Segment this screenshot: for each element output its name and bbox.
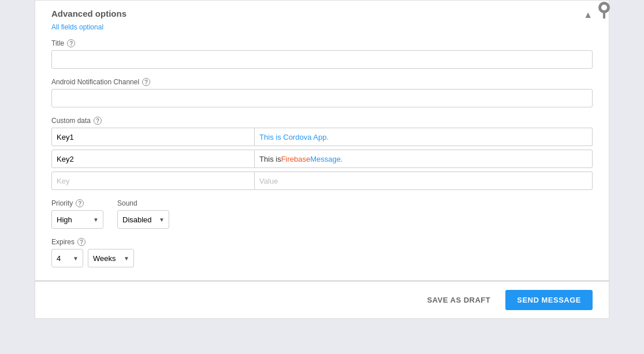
page-wrapper: Advanced options ▲ All fields optional T… — [0, 0, 644, 354]
priority-group: Priority ? Normal High ▼ — [51, 199, 103, 229]
priority-select[interactable]: Normal High — [51, 210, 103, 229]
expires-unit-select[interactable]: Hours Days Weeks — [88, 249, 134, 267]
custom-data-value-1[interactable] — [255, 128, 593, 146]
custom-data-section: Custom data ? This is Firebase Message. — [51, 117, 593, 190]
save-draft-button[interactable]: SAVE AS DRAFT — [420, 291, 497, 309]
svg-rect-1 — [603, 13, 605, 18]
sound-select-wrapper: Disabled Default Custom ▼ — [117, 210, 169, 229]
sound-group: Sound Disabled Default Custom ▼ — [117, 199, 169, 229]
send-message-button[interactable]: SEND MESSAGE — [505, 290, 593, 310]
main-card: Advanced options ▲ All fields optional T… — [35, 0, 609, 281]
custom-data-help-icon[interactable]: ? — [94, 117, 102, 125]
priority-help-icon[interactable]: ? — [76, 199, 84, 207]
pin-icon-container — [598, 1, 611, 18]
android-channel-input[interactable] — [51, 89, 593, 107]
section-divider — [35, 280, 609, 281]
priority-sound-row: Priority ? Normal High ▼ Sound — [51, 199, 593, 229]
sound-select[interactable]: Disabled Default Custom — [117, 210, 169, 229]
expires-row: 1 2 3 4 5 6 7 8 ▼ Hours — [51, 249, 593, 267]
custom-data-key-2[interactable] — [51, 150, 255, 168]
sound-label: Sound — [117, 199, 169, 207]
custom-data-row-1 — [51, 128, 593, 146]
android-channel-label: Android Notification Channel ? — [51, 78, 593, 86]
custom-data-row-3 — [51, 172, 593, 190]
android-channel-field-group: Android Notification Channel ? — [51, 78, 593, 107]
expires-help-icon[interactable]: ? — [77, 238, 85, 246]
custom-data-value-2-container: This is Firebase Message. — [255, 150, 593, 168]
android-channel-help-icon[interactable]: ? — [142, 78, 150, 86]
custom-data-label: Custom data ? — [51, 117, 593, 125]
expires-label: Expires ? — [51, 238, 593, 246]
custom-data-key-1[interactable] — [51, 128, 255, 146]
title-label: Title ? — [51, 39, 593, 47]
priority-label: Priority ? — [51, 199, 103, 207]
section-title: Advanced options — [51, 9, 126, 18]
expires-group: Expires ? 1 2 3 4 5 6 7 8 — [51, 238, 593, 267]
pin-icon — [598, 1, 611, 18]
collapse-icon[interactable]: ▲ — [583, 10, 593, 20]
expires-unit-wrapper: Hours Days Weeks ▼ — [88, 249, 134, 267]
optional-text: All fields optional — [51, 23, 593, 31]
expires-number-wrapper: 1 2 3 4 5 6 7 8 ▼ — [51, 249, 83, 267]
title-help-icon[interactable]: ? — [67, 39, 75, 47]
title-input[interactable] — [51, 50, 593, 69]
custom-data-row-2: This is Firebase Message. — [51, 150, 593, 168]
title-field-group: Title ? — [51, 39, 593, 69]
custom-data-key-3[interactable] — [51, 172, 255, 190]
custom-data-value-3[interactable] — [255, 172, 593, 190]
footer-bar: SAVE AS DRAFT SEND MESSAGE — [35, 281, 609, 319]
expires-number-select[interactable]: 1 2 3 4 5 6 7 8 — [51, 249, 83, 267]
svg-point-2 — [601, 5, 607, 10]
priority-select-wrapper: Normal High ▼ — [51, 210, 103, 229]
